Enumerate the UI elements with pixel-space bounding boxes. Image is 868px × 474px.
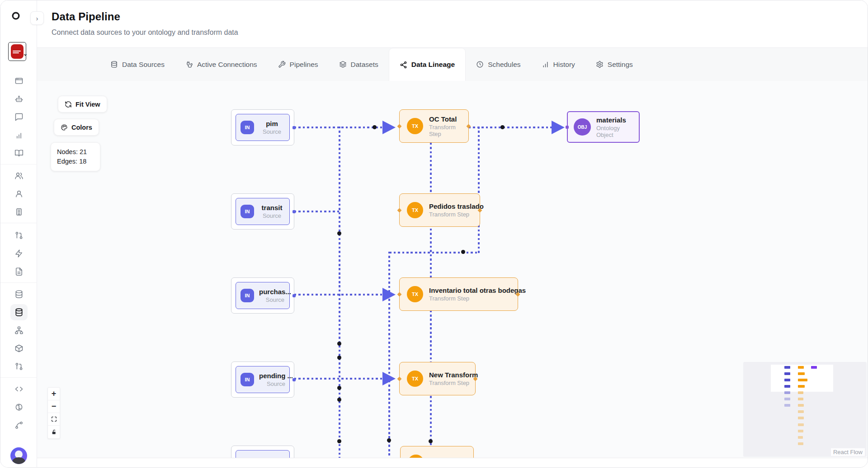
workspace-logo — [11, 44, 24, 59]
nodes-count: Nodes: 21 — [57, 147, 94, 157]
sidebar-item-files[interactable] — [0, 263, 37, 281]
zoom-out-button[interactable]: − — [48, 400, 60, 413]
edge-junction-dot — [387, 438, 391, 442]
tab-settings[interactable]: Settings — [585, 48, 643, 81]
edge-junction-dot — [461, 250, 465, 254]
edge-vertical-left-branch[interactable] — [388, 252, 390, 458]
output-handle[interactable] — [292, 210, 296, 213]
object-node-materials[interactable]: OBJ materials Ontology Object — [567, 111, 640, 143]
minimap-viewport[interactable] — [771, 365, 833, 392]
transform-node-new-transform[interactable]: TX New Transform Transform Step — [399, 362, 476, 395]
fit-view-icon-button[interactable] — [48, 413, 60, 426]
transform-node-pedidos-traslado[interactable]: TX Pedidos traslado Transform Step — [399, 193, 480, 227]
tx-badge — [408, 455, 424, 458]
output-handle[interactable] — [292, 378, 296, 381]
tab-data-sources[interactable]: Data Sources — [100, 48, 175, 81]
sidebar-item-branches[interactable] — [0, 416, 37, 434]
edge-junction-dot — [337, 356, 341, 360]
sidebar-item-data-pipeline[interactable] — [0, 303, 37, 321]
sidebar-item-teams[interactable] — [0, 167, 37, 185]
bottom-strip — [0, 458, 868, 468]
sidebar-item-browser[interactable] — [0, 72, 37, 90]
in-badge: IN — [241, 121, 254, 134]
sidebar-item-user[interactable] — [0, 185, 37, 203]
edge-transit-join[interactable] — [294, 211, 340, 212]
workspace-switcher[interactable]: ⌄ — [8, 42, 26, 61]
tab-active-connections[interactable]: Active Connections — [175, 48, 268, 81]
sidebar-item-pull-request[interactable] — [0, 226, 37, 244]
page-header: Data Pipeline Connect data sources to yo… — [37, 0, 868, 48]
tab-schedules[interactable]: Schedules — [466, 48, 531, 81]
arrowhead-icon — [382, 372, 396, 385]
edge-junction-dot — [337, 386, 341, 390]
tab-bar: Data Sources Active Connections Pipeline… — [37, 48, 868, 81]
edge-junction-dot — [373, 125, 377, 129]
lineage-canvas[interactable]: IN pim Source IN transit Source IN purch… — [37, 81, 868, 458]
output-handle[interactable] — [292, 126, 296, 129]
output-handle[interactable] — [292, 294, 296, 297]
tx-badge: TX — [407, 118, 423, 134]
sidebar-item-analytics[interactable] — [0, 126, 37, 144]
sidebar-item-objects[interactable] — [0, 339, 37, 357]
edge-junction-dot — [337, 439, 341, 443]
sidebar: › ⌄ — [0, 0, 37, 467]
fit-view-button[interactable]: Fit View — [58, 96, 107, 113]
app-logo-icon[interactable] — [11, 11, 20, 20]
edge-vertical-right-branch[interactable] — [478, 127, 480, 253]
sidebar-item-code[interactable] — [0, 380, 37, 398]
source-node-partial[interactable] — [231, 446, 294, 458]
edge-junction-dot — [500, 125, 505, 129]
sidebar-item-chat[interactable] — [0, 108, 37, 126]
page-subtitle: Connect data sources to your ontology an… — [52, 28, 238, 37]
transform-node-partial[interactable] — [400, 446, 474, 458]
source-node-transit[interactable]: IN transit Source — [231, 193, 294, 230]
minimap[interactable] — [743, 362, 867, 457]
sidebar-item-brain[interactable] — [0, 398, 37, 416]
react-flow-attribution: React Flow — [831, 448, 865, 456]
user-avatar[interactable] — [10, 447, 27, 464]
source-node-purchas[interactable]: IN purchas... Source — [231, 277, 294, 314]
edges-count: Edges: 18 — [57, 157, 94, 166]
arrowhead-icon — [382, 121, 396, 134]
tab-data-lineage[interactable]: Data Lineage — [389, 48, 466, 81]
tab-history[interactable]: History — [531, 48, 585, 81]
graph-stats-panel: Nodes: 21 Edges: 18 — [51, 142, 100, 171]
edge-junction-dot — [337, 342, 341, 346]
transform-node-oc-total[interactable]: TX OC Total Transform Step — [399, 109, 469, 143]
in-badge: IN — [241, 289, 254, 302]
sidebar-expand-button[interactable]: › — [30, 11, 44, 25]
input-handle[interactable] — [397, 124, 402, 128]
sidebar-item-docs[interactable] — [0, 144, 37, 162]
sidebar-item-org[interactable] — [0, 203, 37, 221]
source-node-pim[interactable]: IN pim Source — [231, 109, 294, 145]
sidebar-item-automations[interactable] — [0, 244, 37, 263]
edge-branch-horizontal[interactable] — [389, 252, 479, 253]
input-handle[interactable] — [397, 376, 402, 381]
chevron-down-icon: ⌄ — [23, 51, 28, 57]
app-frame: › ⌄ — [0, 0, 868, 468]
edge-vertical-main[interactable] — [339, 127, 340, 458]
arrowhead-icon — [382, 288, 396, 301]
tx-badge: TX — [407, 371, 423, 387]
tab-datasets[interactable]: Datasets — [329, 48, 389, 81]
sidebar-item-bot[interactable] — [0, 90, 37, 108]
lock-toggle-button[interactable] — [48, 426, 60, 438]
source-node-pending[interactable]: IN pending ... Source — [231, 361, 294, 398]
sidebar-item-database[interactable] — [0, 285, 37, 303]
edge-junction-dot — [429, 439, 433, 443]
colors-button[interactable]: Colors — [54, 119, 99, 136]
sidebar-item-hierarchy[interactable] — [0, 321, 37, 339]
obj-badge: OBJ — [574, 118, 591, 136]
zoom-in-button[interactable]: + — [48, 388, 60, 400]
edge-octotal-materials[interactable] — [469, 127, 552, 128]
input-handle[interactable] — [566, 126, 569, 129]
tx-badge: TX — [407, 202, 423, 218]
sidebar-item-lineage[interactable] — [0, 357, 37, 375]
input-handle[interactable] — [397, 208, 402, 212]
transform-node-inventario-total[interactable]: TX Inventario total otras bodegas Transf… — [399, 277, 518, 311]
zoom-controls: + − — [47, 387, 60, 439]
input-handle[interactable] — [397, 292, 402, 296]
tab-pipelines[interactable]: Pipelines — [268, 48, 329, 81]
edge-junction-dot — [337, 398, 341, 402]
in-badge: IN — [241, 205, 254, 218]
